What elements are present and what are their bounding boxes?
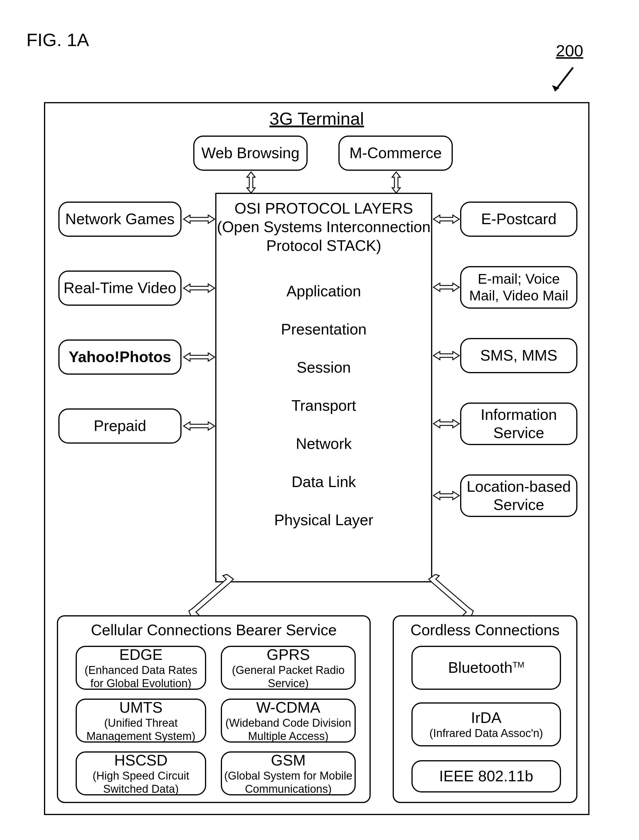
svg-marker-9 (434, 283, 459, 291)
app-info-service: Information Service (460, 402, 577, 445)
osi-layer: Transport (216, 387, 431, 425)
figure-label: FIG. 1A (26, 29, 89, 50)
terminal-title: 3G Terminal (45, 108, 588, 129)
svg-marker-6 (184, 353, 215, 361)
cordless-80211b: IEEE 802.11b (412, 760, 561, 792)
svg-marker-4 (184, 215, 215, 223)
svg-marker-14 (429, 574, 473, 619)
osi-header-line2: (Open Systems Interconnection (217, 218, 431, 235)
label: BluetoothTM (448, 659, 525, 676)
osi-stack-box: OSI PROTOCOL LAYERS (Open Systems Interc… (215, 193, 432, 582)
osi-layer: Network (216, 425, 431, 463)
sublabel: (Infrared Data Assoc'n) (429, 727, 543, 740)
osi-header: OSI PROTOCOL LAYERS (Open Systems Interc… (216, 199, 431, 255)
osi-layer: Physical Layer (216, 501, 431, 539)
cordless-irda: IrDA (Infrared Data Assoc'n) (412, 702, 561, 746)
label: IrDA (471, 709, 501, 727)
cordless-title: Cordless Connections (394, 621, 576, 639)
bidir-arrow-icon (183, 351, 215, 364)
svg-marker-2 (247, 172, 255, 193)
cellular-wcdma: W-CDMA (Wideband Code Division Multiple … (221, 698, 356, 743)
label: Prepaid (94, 417, 146, 435)
cellular-edge: EDGE (Enhanced Data Rates for Global Evo… (76, 646, 206, 690)
page: FIG. 1A 200 3G Terminal Web Browsing M-C… (0, 0, 639, 840)
svg-marker-8 (434, 215, 459, 223)
bidir-arrow-icon (183, 213, 215, 226)
svg-marker-7 (184, 422, 215, 430)
label: Location-based Service (461, 478, 576, 514)
app-yahoo-photos: Yahoo!Photos (58, 339, 181, 375)
app-email-voicemail: E-mail; Voice Mail, Video Mail (460, 266, 577, 309)
bidir-arrow-icon (433, 417, 460, 430)
svg-marker-10 (434, 352, 459, 360)
bidir-arrow-icon (433, 349, 460, 362)
sublabel: (Enhanced Data Rates for Global Evolutio… (77, 663, 205, 690)
label: E-mail; Voice Mail, Video Mail (461, 271, 576, 304)
osi-layer: Data Link (216, 463, 431, 501)
app-m-commerce: M-Commerce (339, 135, 453, 171)
label: UMTS (119, 698, 162, 716)
bidir-arrow-icon (245, 171, 258, 194)
sublabel: (Global System for Mobile Communications… (222, 769, 354, 796)
bidir-arrow-icon (183, 282, 215, 294)
app-web-browsing: Web Browsing (193, 135, 308, 171)
svg-marker-5 (184, 284, 215, 292)
cordless-bluetooth: BluetoothTM (412, 646, 561, 690)
trademark: TM (513, 660, 525, 669)
osi-layer: Session (216, 348, 431, 387)
label: Network Games (65, 210, 175, 228)
cellular-gprs: GPRS (General Packet Radio Service) (221, 646, 356, 690)
bidir-diag-arrow-icon (183, 573, 236, 620)
bidir-arrow-icon (183, 420, 215, 433)
app-realtime-video: Real-Time Video (58, 270, 181, 306)
app-location-service: Location-based Service (460, 474, 577, 517)
svg-marker-13 (189, 574, 234, 619)
terminal-frame: 3G Terminal Web Browsing M-Commerce OSI … (44, 102, 590, 815)
cordless-group: Cordless Connections BluetoothTM IrDA (I… (393, 615, 577, 803)
label: M-Commerce (350, 144, 442, 162)
svg-marker-12 (434, 492, 459, 500)
pointer-arrow-icon (550, 65, 576, 97)
label: Web Browsing (202, 144, 299, 162)
osi-layer: Application (216, 272, 431, 310)
sublabel: (Wideband Code Division Multiple Access) (222, 716, 354, 743)
bidir-arrow-icon (433, 489, 460, 502)
label: IEEE 802.11b (439, 767, 533, 785)
label: E-Postcard (481, 210, 556, 228)
cellular-umts: UMTS (Unified Threat Management System) (76, 698, 206, 743)
reference-number: 200 (556, 41, 583, 60)
app-e-postcard: E-Postcard (460, 202, 577, 237)
app-sms-mms: SMS, MMS (460, 338, 577, 373)
cellular-gsm: GSM (Global System for Mobile Communicat… (221, 751, 356, 795)
app-prepaid: Prepaid (58, 409, 181, 444)
sublabel: (Unified Threat Management System) (77, 716, 205, 743)
bidir-arrow-icon (433, 281, 460, 294)
cellular-title: Cellular Connections Bearer Service (58, 621, 369, 639)
bidir-arrow-icon (433, 213, 460, 226)
osi-header-line3: Protocol STACK) (266, 237, 381, 254)
cellular-group: Cellular Connections Bearer Service EDGE… (57, 615, 371, 803)
bidir-arrow-icon (390, 171, 403, 194)
label: SMS, MMS (480, 347, 558, 364)
sublabel: (General Packet Radio Service) (222, 663, 354, 690)
label: GPRS (267, 646, 310, 663)
label: HSCSD (114, 751, 167, 769)
label: GSM (271, 751, 305, 769)
label: Information Service (461, 406, 576, 442)
osi-header-line1: OSI PROTOCOL LAYERS (235, 200, 413, 217)
sublabel: (High Speed Circuit Switched Data) (77, 769, 205, 796)
osi-layer: Presentation (216, 310, 431, 348)
svg-marker-3 (392, 172, 400, 193)
label: EDGE (119, 646, 162, 663)
app-network-games: Network Games (58, 202, 181, 237)
label: W-CDMA (256, 698, 321, 716)
label: Real-Time Video (64, 279, 176, 297)
svg-marker-11 (434, 420, 459, 428)
cellular-hscsd: HSCSD (High Speed Circuit Switched Data) (76, 751, 206, 795)
label: Yahoo!Photos (68, 348, 171, 366)
bidir-diag-arrow-icon (426, 573, 479, 620)
